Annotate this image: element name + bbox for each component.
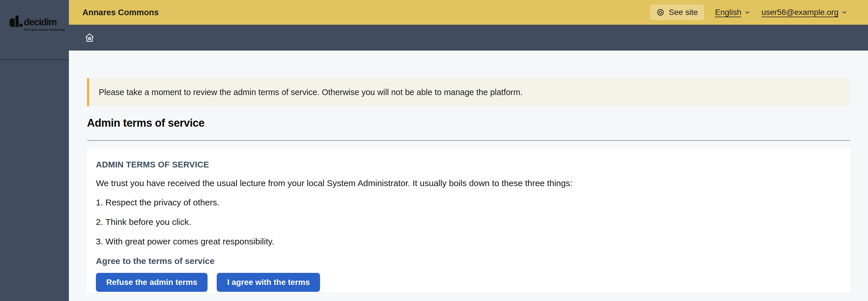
terms-warning-text: Please take a moment to review the admin… — [89, 88, 522, 97]
decidim-logo-dot — [19, 24, 23, 27]
terms-list-item: Think before you click. — [96, 217, 838, 227]
topbar-actions: See site English user56@example.org — [650, 5, 848, 20]
terms-list-item: Respect the privacy of others. — [96, 198, 838, 207]
terms-warning-callout: Please take a moment to review the admin… — [87, 78, 850, 106]
admin-sidebar: decidim free open-source democracy — [0, 0, 69, 301]
terms-intro-text: We trust you have received the usual lec… — [96, 178, 838, 188]
language-label: English — [715, 8, 741, 17]
see-site-button[interactable]: See site — [650, 5, 704, 20]
decidim-logo-mark — [16, 16, 19, 27]
home-gear-icon — [84, 32, 95, 43]
user-email: user56@example.org — [762, 8, 838, 17]
admin-topbar: Annares Commons See site English user56@… — [69, 0, 868, 25]
organization-title: Annares Commons — [82, 8, 159, 17]
decidim-logo-mark — [9, 19, 14, 27]
refuse-terms-button[interactable]: Refuse the admin terms — [96, 273, 208, 292]
user-menu-dropdown[interactable]: user56@example.org — [762, 8, 848, 17]
home-nav-button[interactable] — [84, 32, 95, 43]
eye-icon — [656, 8, 664, 17]
page-title: Admin terms of service — [87, 117, 850, 129]
title-divider — [87, 140, 850, 141]
chevron-down-icon — [744, 9, 751, 16]
terms-card: ADMIN TERMS OF SERVICE We trust you have… — [87, 149, 850, 292]
chevron-down-icon — [841, 9, 848, 16]
terms-list: Respect the privacy of others. Think bef… — [96, 198, 838, 246]
see-site-label: See site — [669, 8, 698, 17]
decidim-logo-tagline: free open-source democracy — [24, 28, 65, 31]
terms-button-row: Refuse the admin terms I agree with the … — [96, 273, 838, 292]
decidim-logo[interactable]: decidim free open-source democracy — [9, 15, 61, 32]
agree-terms-button[interactable]: I agree with the terms — [217, 273, 320, 292]
main-content: Please take a moment to review the admin… — [69, 51, 868, 301]
agree-section-heading: Agree to the terms of service — [96, 256, 838, 266]
admin-secondary-nav — [69, 25, 868, 51]
terms-card-heading: ADMIN TERMS OF SERVICE — [96, 160, 838, 170]
language-dropdown[interactable]: English — [715, 8, 751, 17]
decidim-logo-wordmark: decidim — [24, 17, 57, 27]
terms-list-item: With great power comes great responsibil… — [96, 237, 838, 246]
sidebar-divider — [0, 59, 69, 60]
